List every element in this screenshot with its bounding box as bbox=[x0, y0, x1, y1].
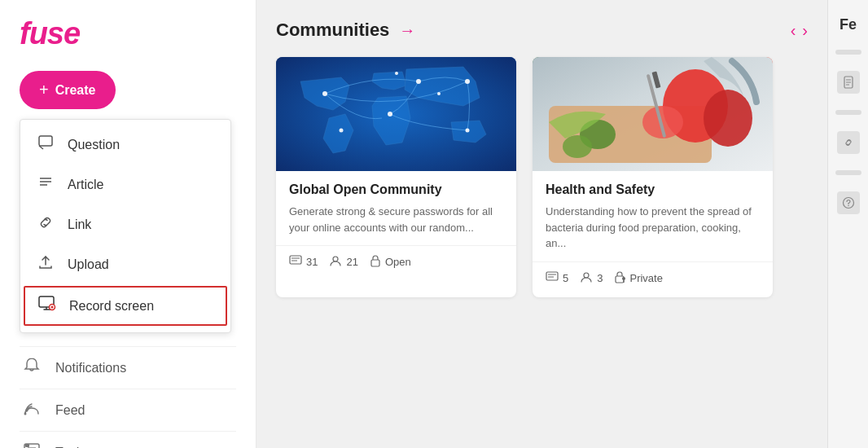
card-image-world-map bbox=[276, 57, 516, 171]
svg-point-20 bbox=[465, 79, 470, 84]
svg-rect-40 bbox=[546, 272, 558, 280]
right-panel-bar-3 bbox=[835, 170, 861, 175]
access-icon-health bbox=[614, 270, 625, 286]
content-icon-global bbox=[289, 255, 302, 269]
content-count-value-health: 5 bbox=[563, 272, 568, 284]
svg-point-18 bbox=[322, 91, 327, 96]
question-icon bbox=[37, 134, 55, 155]
svg-point-35 bbox=[704, 90, 752, 147]
svg-point-9 bbox=[51, 306, 54, 309]
svg-point-11 bbox=[24, 413, 27, 415]
menu-item-question-label: Question bbox=[68, 138, 120, 152]
card-body-health: Health and Safety Understanding how to p… bbox=[533, 171, 773, 261]
sidebar-item-notifications[interactable]: Notifications bbox=[20, 346, 236, 389]
menu-item-record-screen[interactable]: Record screen bbox=[24, 286, 227, 326]
svg-point-19 bbox=[416, 79, 421, 84]
card-desc-health: Understanding how to prevent the spread … bbox=[546, 204, 760, 252]
right-panel: Fe bbox=[827, 0, 868, 448]
menu-item-record-screen-label: Record screen bbox=[69, 299, 154, 314]
menu-item-link[interactable]: Link bbox=[20, 204, 230, 244]
notifications-label: Notifications bbox=[55, 361, 126, 376]
logo: fuse bbox=[0, 16, 256, 71]
card-body-global: Global Open Community Generate strong & … bbox=[276, 171, 516, 245]
svg-rect-26 bbox=[290, 256, 301, 264]
menu-item-question[interactable]: Question bbox=[20, 125, 230, 165]
create-button[interactable]: + Create bbox=[20, 71, 116, 109]
right-panel-title: Fe bbox=[840, 16, 857, 33]
topics-icon bbox=[23, 441, 42, 448]
svg-rect-30 bbox=[371, 260, 379, 266]
access-type-value-global: Open bbox=[385, 256, 411, 268]
carousel-prev-button[interactable]: ‹ bbox=[791, 21, 796, 40]
communities-arrow-right[interactable]: → bbox=[399, 21, 415, 40]
right-panel-bar-2 bbox=[835, 110, 861, 115]
menu-item-article-label: Article bbox=[68, 178, 103, 192]
menu-item-upload-label: Upload bbox=[68, 257, 109, 272]
svg-point-45 bbox=[622, 277, 625, 280]
right-panel-bar-1 bbox=[835, 50, 861, 55]
svg-point-29 bbox=[333, 257, 338, 261]
sidebar-item-feed[interactable]: Feed bbox=[20, 389, 236, 431]
card-desc-global: Generate strong & secure passwords for a… bbox=[289, 204, 503, 235]
topics-label: Topics bbox=[55, 446, 92, 449]
card-footer-global: 31 21 bbox=[276, 245, 516, 281]
svg-rect-16 bbox=[25, 444, 29, 447]
carousel-next-button[interactable]: › bbox=[802, 21, 808, 40]
upload-icon bbox=[37, 254, 55, 275]
access-icon-global bbox=[370, 254, 381, 270]
logo-text: fuse bbox=[20, 16, 80, 51]
svg-point-21 bbox=[388, 112, 392, 116]
section-title-row: Communities → bbox=[276, 20, 415, 41]
main-content: Communities → ‹ › bbox=[256, 0, 827, 448]
card-title-global: Global Open Community bbox=[289, 182, 503, 197]
access-type-global: Open bbox=[370, 254, 411, 270]
member-count-health: 3 bbox=[580, 271, 603, 285]
svg-rect-0 bbox=[39, 136, 52, 146]
svg-point-22 bbox=[466, 129, 470, 133]
content-count-health: 5 bbox=[546, 271, 568, 285]
menu-item-upload[interactable]: Upload bbox=[20, 244, 230, 284]
community-cards-container: Global Open Community Generate strong & … bbox=[276, 57, 808, 297]
card-title-health: Health and Safety bbox=[546, 182, 760, 197]
create-dropdown-menu: Question Article Link bbox=[20, 119, 231, 333]
carousel-nav-arrows: ‹ › bbox=[791, 21, 808, 40]
link-icon bbox=[37, 214, 55, 235]
svg-point-37 bbox=[563, 135, 592, 158]
feed-icon bbox=[23, 399, 42, 421]
access-type-health: Private bbox=[614, 270, 662, 286]
communities-title: Communities bbox=[276, 20, 389, 41]
svg-point-24 bbox=[395, 72, 398, 75]
sidebar: fuse + Create Question bbox=[0, 0, 256, 448]
svg-point-25 bbox=[437, 92, 441, 95]
notifications-icon bbox=[23, 357, 42, 379]
svg-point-23 bbox=[340, 129, 344, 133]
svg-point-43 bbox=[584, 273, 589, 278]
member-count-global: 21 bbox=[329, 255, 357, 269]
menu-item-link-label: Link bbox=[68, 217, 91, 232]
communities-section-header: Communities → ‹ › bbox=[276, 20, 808, 41]
menu-item-article[interactable]: Article bbox=[20, 165, 230, 204]
sidebar-navigation: Notifications Feed bbox=[0, 346, 256, 448]
create-button-label: Create bbox=[55, 83, 96, 98]
members-icon-global bbox=[329, 255, 342, 269]
card-image-food bbox=[533, 57, 773, 171]
content-count-global: 31 bbox=[289, 255, 318, 269]
member-count-value-health: 3 bbox=[597, 272, 603, 284]
content-count-value-global: 31 bbox=[306, 256, 318, 268]
right-panel-icon-help[interactable] bbox=[837, 191, 860, 214]
plus-icon: + bbox=[39, 81, 49, 99]
svg-point-52 bbox=[848, 205, 849, 207]
community-card-global[interactable]: Global Open Community Generate strong & … bbox=[276, 57, 516, 297]
members-icon-health bbox=[580, 271, 593, 285]
member-count-value-global: 21 bbox=[346, 256, 357, 268]
right-panel-icon-doc[interactable] bbox=[837, 71, 860, 94]
article-icon bbox=[37, 174, 55, 195]
access-type-value-health: Private bbox=[629, 272, 662, 284]
community-card-health[interactable]: Health and Safety Understanding how to p… bbox=[533, 57, 773, 297]
right-panel-icon-link[interactable] bbox=[837, 131, 860, 154]
card-footer-health: 5 3 bbox=[533, 261, 773, 297]
record-screen-icon bbox=[38, 296, 56, 316]
sidebar-item-topics[interactable]: Topics bbox=[20, 431, 236, 448]
content-icon-health bbox=[546, 271, 559, 285]
feed-label: Feed bbox=[55, 403, 85, 418]
